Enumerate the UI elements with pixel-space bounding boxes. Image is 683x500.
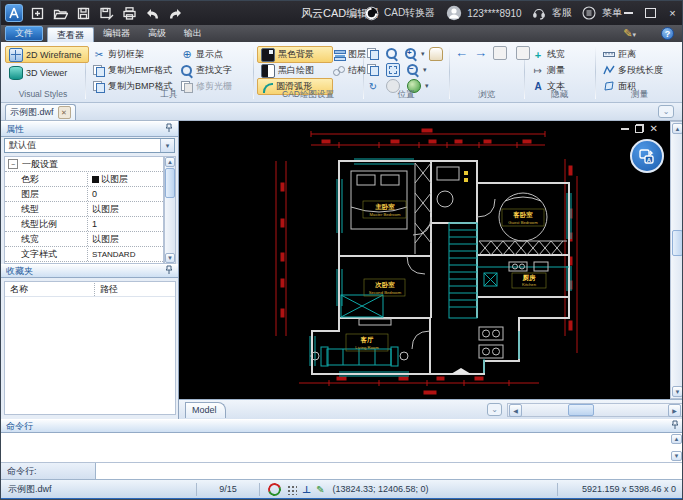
button-bw-drawing[interactable]: 黑白绘图 [257,62,333,79]
button-3d-viewer[interactable]: 3D Viewer [5,64,89,81]
button-measure-polyline[interactable]: 多段线长度 [599,62,667,79]
document-tab[interactable]: 示例图.dwf ✕ [5,104,76,120]
button-measure-distance[interactable]: 距离 [599,46,640,63]
duplicate-view-icon[interactable] [367,64,379,76]
color-swatch [92,176,99,183]
scroll-up-icon[interactable]: ▲ [671,434,682,444]
layout-list-chevron-icon[interactable]: ⌄ [487,403,502,416]
tab-advanced[interactable]: 高级 [139,26,175,41]
help-icon[interactable]: ? [661,27,674,40]
tab-editor[interactable]: 编辑器 [94,26,139,41]
edit-pencil-icon[interactable]: ✎▾ [623,27,636,40]
zoom-window-icon[interactable] [386,48,398,60]
canvas-close-icon[interactable]: ✕ [650,124,658,133]
pan-copy-icon[interactable] [367,48,379,60]
cad-converter-icon[interactable] [361,3,381,23]
canvas-bottom-bar: Model ⌄ ◀ ▶ [179,399,683,419]
prev-page-icon [493,46,507,60]
zoom-out-button[interactable]: −▾ [407,64,427,76]
measure-marks-icon: ↦ [532,65,544,76]
grid-toggle-icon[interactable] [286,484,297,495]
pan-hand-icon[interactable] [429,47,443,61]
new-file-icon[interactable] [27,3,47,23]
scroll-down-icon[interactable]: ▼ [165,253,175,263]
favorites-col-name[interactable]: 名称 [5,283,95,296]
scroll-down-icon[interactable]: ▼ [671,451,682,461]
button-structure[interactable]: 结构 [329,62,370,79]
property-row-textstyle[interactable]: 文字样式 STANDARD [5,247,163,262]
open-file-icon[interactable] [50,3,70,23]
menu-label[interactable]: 菜单 [602,6,622,20]
osnap-toggle-icon[interactable] [266,480,283,497]
print-icon[interactable] [119,3,139,23]
user-avatar[interactable] [444,3,464,23]
support-label[interactable]: 客服 [552,6,572,20]
zoom-in-button[interactable]: +▾ [405,48,425,60]
collapse-panel-icon[interactable]: ⌄ [658,105,674,118]
document-tab-close-icon[interactable]: ✕ [58,106,71,119]
cad-converter-label[interactable]: CAD转换器 [384,6,435,20]
property-row-ltscale[interactable]: 线型比例 1 [5,217,163,232]
scroll-left-icon[interactable]: ◀ [509,404,522,417]
canvas-restore-icon[interactable] [635,124,644,133]
pin-icon[interactable] [165,265,173,277]
ortho-toggle-icon[interactable]: ⊥ [302,484,311,495]
close-button[interactable]: × [665,5,680,20]
scroll-up-icon[interactable]: ▲ [165,157,175,167]
properties-scrollbar[interactable]: ▲ ▼ [164,156,176,264]
dropdown-chevron-icon[interactable]: ▾ [160,139,174,152]
prev-view-icon[interactable]: ← [455,45,468,60]
property-row-lineweight[interactable]: 线宽 以图层 [5,232,163,247]
next-view-icon[interactable]: → [474,45,487,60]
scroll-up-icon[interactable]: ▲ [672,123,683,134]
button-show-points[interactable]: ⊕显示点 [177,46,227,63]
tab-output[interactable]: 输出 [175,26,211,41]
save-icon[interactable] [73,3,93,23]
convert-floating-button[interactable]: A [630,139,664,173]
commandline-history[interactable]: ▲ ▼ [1,433,683,463]
canvas-vscrollbar[interactable]: ▲ ▼ [670,121,683,399]
pin-icon[interactable] [671,420,679,432]
minimize-button[interactable] [621,5,636,20]
zoom-extents-icon[interactable] [386,63,400,77]
property-row-layer[interactable]: 图层 0 [5,187,163,202]
tab-viewer[interactable]: 查看器 [47,27,94,43]
maximize-button[interactable] [643,5,658,20]
favorites-col-path[interactable]: 路径 [95,283,118,296]
draft-pencil-icon[interactable]: ✎ [316,484,324,495]
pin-icon[interactable] [165,123,173,135]
scroll-right-icon[interactable]: ▶ [668,404,681,417]
menu-icon[interactable] [579,3,599,23]
model-tab[interactable]: Model [185,402,226,418]
tab-file[interactable]: 文件 [5,26,43,41]
drawing-canvas[interactable]: 主卧室 Master Bedroom 次卧室 Second Bedroom 客卧… [179,121,670,399]
collapse-group-icon[interactable]: − [8,159,18,169]
hscrollbar-thumb[interactable] [568,404,594,416]
vscrollbar-thumb[interactable] [672,230,683,256]
room-sublabel-guest: Guest Bedroom [508,220,538,225]
canvas-minimize-icon[interactable] [621,128,629,130]
scroll-down-icon[interactable]: ▼ [672,386,683,397]
document-tab-bar: 示例图.dwf ✕ ⌄ [1,103,683,121]
support-headset-icon[interactable] [529,3,549,23]
property-group-row[interactable]: − 一般设置 [5,157,163,172]
property-row-color[interactable]: 色彩 以图层 [5,172,163,187]
property-row-linetype[interactable]: 线型 以图层 [5,202,163,217]
preset-dropdown[interactable]: 默认值 ▾ [4,138,175,153]
button-layers[interactable]: 图层 [329,46,370,63]
commandline-input[interactable] [96,464,683,478]
save-as-icon[interactable] [96,3,116,23]
button-copy-emf[interactable]: 复制为EMF格式 [89,62,176,79]
button-black-background[interactable]: 黑色背景 [257,46,333,63]
undo-icon[interactable] [142,3,162,23]
button-hide-measure[interactable]: ↦测量 [528,62,569,79]
scrollbar-thumb[interactable] [165,168,175,198]
redo-icon[interactable] [165,3,185,23]
button-clip-frame[interactable]: ✂剪切框架 [89,46,148,63]
room-sublabel-living: Living Room [355,345,379,350]
button-find-text[interactable]: 查找文字 [177,62,236,79]
account-id[interactable]: 123****8910 [467,8,522,19]
button-2d-wireframe[interactable]: 2D Wireframe [5,46,89,63]
canvas-hscrollbar[interactable]: ◀ ▶ [507,403,683,417]
button-hide-linewidth[interactable]: +线宽 [528,46,569,63]
